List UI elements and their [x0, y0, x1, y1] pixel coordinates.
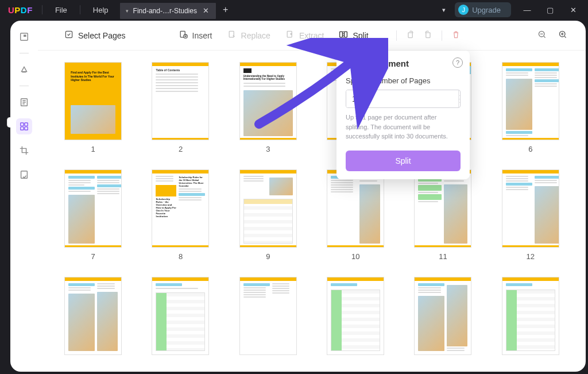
- step-down-icon[interactable]: ▼: [459, 99, 461, 108]
- crop-icon[interactable]: [16, 142, 32, 159]
- separator: [80, 5, 80, 14]
- title-bar: UPDF File Help ▾ Find-and-…r-Studies ✕ +…: [0, 0, 588, 20]
- organize-pages-icon[interactable]: [16, 118, 32, 134]
- page-thumb[interactable]: 9: [236, 169, 300, 261]
- window-close-icon[interactable]: ✕: [562, 0, 585, 20]
- zoom-in-icon[interactable]: [556, 28, 570, 43]
- replace-button[interactable]: Replace: [222, 26, 276, 45]
- checkbox-icon: [64, 30, 74, 41]
- insert-label: Insert: [192, 31, 212, 40]
- rotate-left-icon[interactable]: [404, 28, 417, 43]
- left-tool-rail: [10, 21, 38, 372]
- help-icon[interactable]: ?: [452, 57, 463, 68]
- page-thumb[interactable]: [498, 277, 563, 355]
- page-number: 8: [179, 252, 183, 261]
- tab-title: Find-and-…r-Studies: [133, 7, 197, 15]
- page-number: 1: [91, 145, 95, 153]
- separator: [442, 30, 442, 41]
- delete-icon[interactable]: [449, 28, 463, 43]
- svg-rect-5: [21, 127, 24, 130]
- page-number: 2: [179, 145, 183, 153]
- page-thumb[interactable]: 7: [61, 169, 125, 261]
- replace-label: Replace: [241, 31, 270, 40]
- svg-rect-14: [345, 32, 347, 37]
- split-icon: [339, 30, 348, 41]
- svg-rect-6: [25, 127, 28, 130]
- select-pages-button[interactable]: Select Pages: [59, 26, 131, 45]
- page-thumb[interactable]: [236, 277, 300, 355]
- page-number: 10: [351, 252, 359, 261]
- page-thumb[interactable]: Understanding the Need to Apply Internat…: [236, 62, 300, 153]
- tab-close-icon[interactable]: ✕: [202, 6, 210, 15]
- page-thumb[interactable]: Table of Contents 2: [148, 62, 212, 153]
- rail-separator: [20, 53, 29, 53]
- extract-label: Extract: [299, 31, 324, 40]
- page-thumb[interactable]: [148, 277, 212, 355]
- svg-rect-16: [426, 33, 430, 38]
- svg-rect-3: [21, 123, 24, 126]
- pin-icon: ▾: [126, 8, 129, 14]
- svg-rect-4: [25, 123, 28, 126]
- page-thumb[interactable]: 6: [498, 62, 563, 153]
- form-icon[interactable]: [16, 167, 32, 183]
- page-number: 3: [266, 145, 270, 153]
- split-confirm-button[interactable]: Split: [346, 151, 461, 171]
- insert-icon: [179, 30, 188, 41]
- rotate-right-icon[interactable]: [421, 28, 435, 43]
- extract-icon: [285, 30, 295, 41]
- page-number: 11: [439, 252, 447, 261]
- page-thumb[interactable]: [323, 277, 388, 355]
- split-number-field[interactable]: [346, 90, 458, 107]
- edit-text-icon[interactable]: [16, 94, 32, 110]
- select-pages-label: Select Pages: [78, 31, 126, 40]
- page-thumb[interactable]: 10: [323, 169, 388, 261]
- svg-rect-13: [340, 32, 343, 37]
- page-thumb[interactable]: [411, 277, 475, 355]
- chevron-down-icon[interactable]: ▾: [438, 6, 450, 14]
- highlighter-icon[interactable]: [16, 61, 32, 78]
- thumbnail-grid[interactable]: Find and Apply For the Best Institutes I…: [38, 51, 586, 372]
- separator: [396, 30, 397, 41]
- replace-icon: [227, 30, 237, 41]
- page-thumb[interactable]: 11: [411, 169, 475, 261]
- document-frame: Select Pages Insert Replace Extract: [10, 21, 586, 372]
- step-up-icon[interactable]: ▲: [459, 90, 461, 99]
- rail-separator: [20, 86, 29, 86]
- split-field-label: Split by Number of Pages: [346, 76, 461, 85]
- svg-rect-1: [24, 34, 26, 37]
- window-minimize-icon[interactable]: —: [516, 0, 539, 20]
- document-tab[interactable]: ▾ Find-and-…r-Studies ✕: [120, 3, 216, 19]
- page-toolbar: Select Pages Insert Replace Extract: [38, 21, 586, 51]
- user-avatar: J: [458, 5, 469, 15]
- popover-title: Split Document: [346, 59, 461, 68]
- split-label: Split: [353, 31, 368, 40]
- page-thumb[interactable]: Scholarship Rules – An Overview and How …: [148, 169, 212, 261]
- page-thumb[interactable]: [61, 277, 125, 355]
- page-number: 6: [528, 145, 532, 153]
- split-hint: Up to 1 page per document after splittin…: [346, 113, 461, 141]
- upgrade-button[interactable]: J Upgrade: [455, 2, 511, 17]
- upgrade-label: Upgrade: [472, 6, 501, 14]
- new-tab-button[interactable]: +: [216, 5, 235, 15]
- split-button[interactable]: Split: [333, 26, 374, 45]
- zoom-out-icon[interactable]: [535, 28, 549, 43]
- page-thumb[interactable]: 12: [498, 169, 563, 261]
- main-area: Select Pages Insert Replace Extract: [38, 21, 586, 372]
- split-popover: ? Split Document Split by Number of Page…: [336, 51, 470, 179]
- svg-rect-11: [229, 31, 234, 37]
- extract-button[interactable]: Extract: [280, 26, 330, 45]
- menu-help[interactable]: Help: [85, 0, 117, 20]
- insert-button[interactable]: Insert: [173, 26, 218, 45]
- page-number: 9: [266, 252, 270, 261]
- separator: [42, 5, 42, 14]
- page-thumb[interactable]: Find and Apply For the Best Institutes I…: [61, 62, 125, 153]
- page-number: 7: [91, 252, 95, 261]
- page-number: 12: [527, 252, 535, 261]
- menu-file[interactable]: File: [47, 0, 75, 20]
- window-maximize-icon[interactable]: ▢: [539, 0, 562, 20]
- split-number-input[interactable]: ▲ ▼: [346, 90, 461, 108]
- reader-mode-icon[interactable]: [16, 29, 32, 45]
- app-logo: UPDF: [3, 5, 37, 15]
- svg-rect-15: [408, 33, 412, 38]
